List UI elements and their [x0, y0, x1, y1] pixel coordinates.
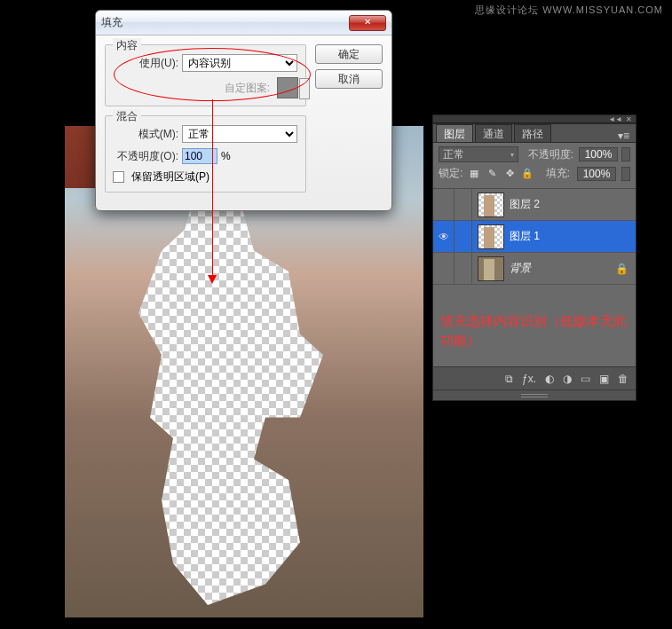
opacity-popup-icon[interactable]: [621, 147, 630, 161]
visibility-toggle[interactable]: 👁: [433, 221, 455, 252]
mask-icon[interactable]: ◐: [545, 373, 554, 385]
blend-legend: 混合: [113, 109, 141, 124]
layer-name[interactable]: 背景: [510, 261, 531, 276]
layer-row[interactable]: 图层 2: [433, 189, 636, 221]
layer-name[interactable]: 图层 1: [510, 229, 540, 244]
tab-paths[interactable]: 路径: [514, 124, 551, 142]
opacity-unit: %: [221, 150, 231, 162]
lock-all-icon[interactable]: 🔒: [521, 168, 534, 180]
close-panel-icon: ✕: [626, 115, 632, 123]
adjustment-icon[interactable]: ◑: [563, 373, 572, 385]
blend-fieldset: 混合 模式(M): 正常 不透明度(O): % 保留透明区域(P): [105, 115, 306, 193]
dialog-title: 填充: [101, 15, 349, 30]
opacity-label: 不透明度(O):: [113, 149, 178, 164]
use-label: 使用(U):: [113, 56, 178, 71]
panel-opacity-value[interactable]: 100%: [579, 147, 618, 161]
link-column[interactable]: [455, 189, 472, 220]
pattern-swatch: [277, 77, 298, 98]
preserve-label: 保留透明区域(P): [131, 169, 210, 185]
new-layer-icon[interactable]: ▣: [599, 373, 609, 385]
link-layers-icon[interactable]: ⧉: [505, 373, 513, 385]
mode-label: 模式(M):: [113, 127, 178, 142]
panel-menu-icon[interactable]: ▾≡: [614, 130, 633, 142]
panel-tabs: 图层 通道 路径 ▾≡: [432, 123, 636, 143]
fill-label: 填充:: [546, 166, 570, 181]
annotation-arrow: [212, 99, 213, 279]
content-fieldset: 内容 使用(U): 内容识别 自定图案:: [105, 44, 306, 106]
layer-name[interactable]: 图层 2: [510, 197, 540, 212]
ok-button[interactable]: 确定: [315, 44, 383, 64]
panel-collapse-bar[interactable]: ◄◄ ✕: [432, 114, 636, 123]
cancel-button[interactable]: 取消: [315, 69, 383, 89]
link-column[interactable]: [455, 221, 472, 252]
close-button[interactable]: ✕: [349, 15, 386, 31]
watermark: 思缘设计论坛 WWW.MISSYUAN.COM: [475, 4, 663, 17]
layers-panel: ◄◄ ✕ 图层 通道 路径 ▾≡ 正常▾ 不透明度: 100% 锁定: ▦ ✎ …: [432, 114, 636, 401]
lock-position-icon[interactable]: ✥: [503, 168, 516, 180]
trash-icon[interactable]: 🗑: [618, 373, 629, 385]
lock-indicator-icon: 🔒: [615, 263, 629, 275]
layer-thumbnail[interactable]: [478, 256, 504, 281]
mode-select[interactable]: 正常: [182, 125, 297, 143]
visibility-toggle[interactable]: [433, 189, 455, 220]
layer-row[interactable]: 👁 图层 1: [433, 221, 636, 253]
use-select[interactable]: 内容识别: [182, 54, 297, 72]
content-legend: 内容: [113, 38, 141, 53]
layer-thumbnail[interactable]: [478, 224, 504, 249]
link-column[interactable]: [455, 253, 472, 284]
annotation-arrowhead: [208, 275, 217, 284]
fill-value[interactable]: 100%: [577, 167, 616, 181]
transparent-selection: [127, 188, 358, 605]
layer-row[interactable]: 背景 🔒: [433, 253, 636, 285]
preserve-transparency-checkbox[interactable]: [113, 171, 124, 183]
group-icon[interactable]: ▭: [581, 373, 590, 385]
visibility-toggle[interactable]: [433, 253, 455, 284]
fill-popup-icon[interactable]: [621, 167, 630, 181]
pattern-label: 自定图案:: [225, 81, 270, 96]
collapse-icon: ◄◄: [608, 115, 622, 123]
panel-opacity-label: 不透明度:: [528, 147, 573, 162]
fx-icon[interactable]: ƒx.: [522, 373, 536, 385]
annotation-text: 填充选择内容识别（低版本无此功能）: [440, 311, 636, 350]
dialog-titlebar[interactable]: 填充 ✕: [96, 11, 391, 35]
fill-dialog: 填充 ✕ 内容 使用(U): 内容识别 自定图案: 混合: [95, 10, 392, 211]
tab-channels[interactable]: 通道: [475, 124, 512, 142]
blend-mode-select[interactable]: 正常▾: [439, 146, 518, 162]
lock-pixels-icon[interactable]: ✎: [486, 168, 498, 180]
lock-transparency-icon[interactable]: ▦: [468, 168, 480, 180]
layer-thumbnail[interactable]: [478, 193, 504, 217]
panel-footer: ⧉ ƒx. ◐ ◑ ▭ ▣ 🗑: [433, 366, 636, 389]
panel-resize-grip[interactable]: [433, 389, 636, 400]
tab-layers[interactable]: 图层: [436, 124, 473, 142]
lock-label: 锁定:: [439, 166, 462, 181]
